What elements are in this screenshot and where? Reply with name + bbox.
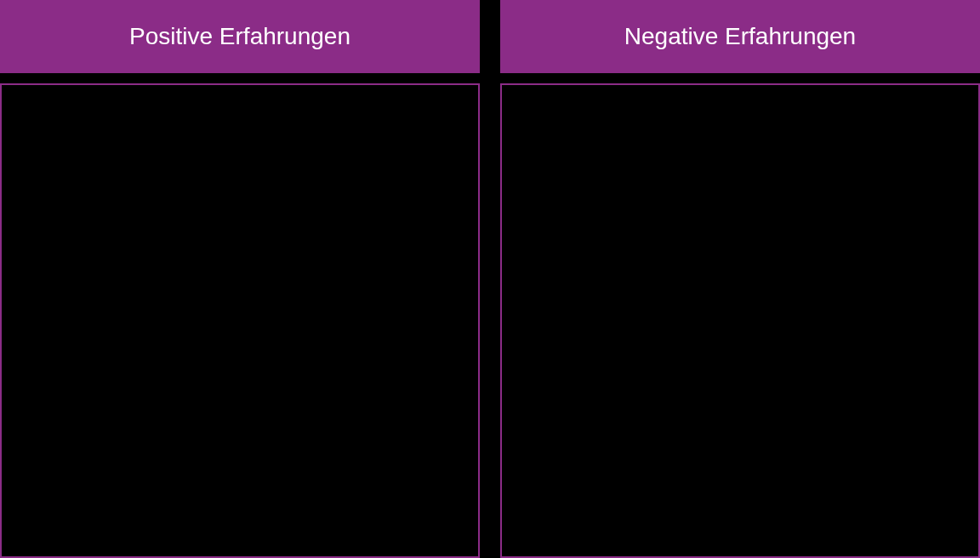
negative-header-label: Negative Erfahrungen [624, 23, 856, 50]
positive-header: Positive Erfahrungen [0, 0, 480, 73]
positive-column: Positive Erfahrungen [0, 0, 480, 558]
negative-content-box [500, 83, 980, 558]
negative-column: Negative Erfahrungen [500, 0, 980, 558]
positive-header-label: Positive Erfahrungen [129, 23, 350, 50]
positive-content-box [0, 83, 480, 558]
negative-header: Negative Erfahrungen [500, 0, 980, 73]
